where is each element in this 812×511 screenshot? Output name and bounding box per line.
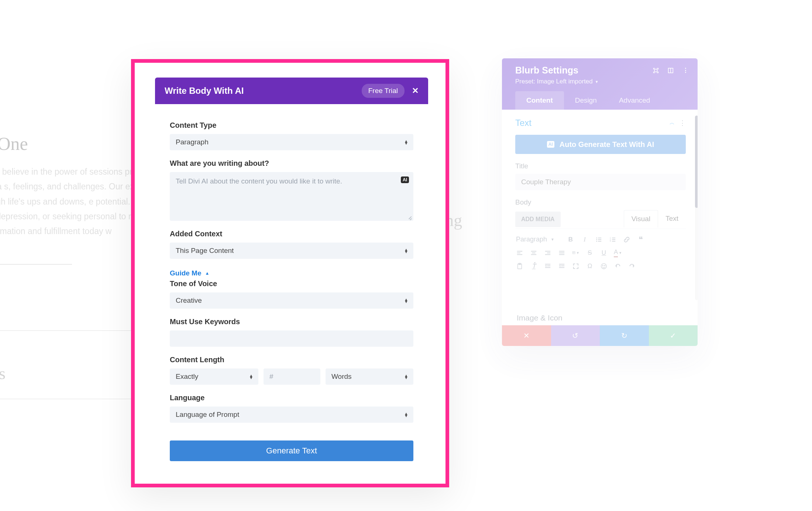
columns-icon[interactable] — [667, 67, 674, 74]
svg-rect-15 — [517, 251, 522, 252]
preset-dropdown[interactable]: Preset: Image Left imported ▼ — [515, 78, 689, 85]
length-unit-value: Words — [331, 373, 352, 381]
cancel-button[interactable]: ✕ — [502, 325, 551, 346]
chevron-updown-icon: ▲▼ — [404, 248, 408, 253]
emoji-icon[interactable] — [600, 263, 608, 270]
chevron-updown-icon: ▲▼ — [404, 298, 408, 303]
svg-text:3: 3 — [610, 240, 611, 242]
guide-me-toggle[interactable]: Guide Me ▲ — [170, 269, 413, 277]
bullet-list-icon[interactable] — [595, 236, 602, 243]
svg-rect-19 — [532, 253, 536, 253]
blurb-header: Blurb Settings ⋮ Preset: Image Left impo… — [502, 58, 698, 110]
paragraph-style-value: Paragraph — [516, 236, 547, 243]
svg-rect-32 — [545, 264, 550, 265]
svg-rect-26 — [559, 254, 564, 255]
writing-about-textarea[interactable]: Tell Divi AI about the content you would… — [170, 172, 413, 221]
svg-rect-16 — [517, 253, 520, 253]
label-writing-about: What are you writing about? — [170, 159, 413, 168]
svg-rect-0 — [654, 69, 657, 72]
label-title: Title — [515, 162, 686, 170]
tone-select[interactable]: Creative ▲▼ — [170, 292, 413, 309]
ai-modal-title: Write Body With AI — [165, 86, 362, 96]
paste-text-icon[interactable] — [516, 263, 523, 270]
section-image-icon[interactable]: Image & Icon — [517, 313, 686, 322]
align-right-icon[interactable] — [544, 249, 551, 257]
kebab-icon[interactable]: ⋮ — [682, 67, 689, 74]
undo-button[interactable]: ↺ — [551, 325, 600, 346]
indent-icon[interactable] — [558, 263, 565, 270]
fullscreen-icon[interactable] — [572, 263, 579, 270]
length-mode-select[interactable]: Exactly ▲▼ — [170, 368, 258, 385]
blurb-title: Blurb Settings — [515, 65, 653, 76]
align-left-icon[interactable] — [516, 249, 523, 257]
svg-rect-34 — [545, 267, 550, 268]
bg-heading-shops: shops — [0, 364, 6, 383]
free-trial-badge[interactable]: Free Trial — [362, 84, 405, 98]
editor-tab-text[interactable]: Text — [658, 210, 686, 227]
generate-text-button[interactable]: Generate Text — [170, 440, 413, 461]
add-media-button[interactable]: ADD MEDIA — [515, 212, 561, 227]
scrollbar[interactable] — [695, 116, 698, 300]
resize-handle-icon[interactable] — [407, 214, 412, 219]
paragraph-style-select[interactable]: Paragraph ▼ — [516, 236, 560, 243]
link-icon[interactable] — [623, 236, 630, 243]
svg-rect-25 — [559, 253, 564, 253]
guide-me-label: Guide Me — [170, 269, 202, 277]
numbered-list-icon[interactable]: 123 — [609, 236, 616, 243]
snap-icon[interactable] — [653, 67, 659, 74]
label-keywords: Must Use Keywords — [170, 318, 413, 326]
svg-point-3 — [596, 237, 597, 239]
title-value: Couple Therapy — [521, 178, 571, 186]
chevron-updown-icon: ▲▼ — [249, 374, 253, 379]
bg-heading-one-on-one: on One — [0, 133, 28, 154]
tab-design[interactable]: Design — [564, 91, 608, 110]
tone-value: Creative — [176, 296, 202, 305]
clear-format-icon[interactable]: T̽ — [530, 263, 537, 270]
svg-rect-17 — [517, 254, 522, 255]
undo-icon[interactable] — [614, 263, 622, 270]
length-number-input[interactable]: # — [264, 368, 320, 385]
svg-rect-36 — [561, 265, 564, 266]
chevron-up-icon[interactable]: ︿ — [670, 120, 675, 126]
quote-icon[interactable]: ❝ — [637, 236, 644, 243]
tab-advanced[interactable]: Advanced — [608, 91, 661, 110]
length-unit-select[interactable]: Words ▲▼ — [326, 368, 413, 385]
section-text[interactable]: Text — [515, 118, 670, 128]
table-icon[interactable]: ▼ — [572, 249, 579, 257]
svg-rect-8 — [598, 241, 601, 241]
align-center-icon[interactable] — [530, 249, 537, 257]
svg-rect-35 — [559, 264, 564, 265]
auto-generate-button[interactable]: AI Auto Generate Text With AI — [515, 135, 686, 154]
redo-icon[interactable] — [628, 263, 636, 270]
underline-icon[interactable]: U — [600, 249, 608, 257]
tab-content[interactable]: Content — [515, 91, 564, 110]
chevron-updown-icon: ▲▼ — [404, 374, 408, 379]
align-justify-icon[interactable] — [558, 249, 565, 257]
text-color-icon[interactable]: A▼ — [614, 249, 622, 257]
bold-icon[interactable]: B — [567, 236, 574, 243]
content-type-select[interactable]: Paragraph ▲▼ — [170, 134, 413, 150]
keywords-input[interactable] — [170, 330, 413, 347]
ai-icon[interactable]: AI — [401, 176, 409, 183]
added-context-select[interactable]: This Page Content ▲▼ — [170, 243, 413, 259]
strikethrough-icon[interactable]: S — [586, 249, 593, 257]
svg-rect-24 — [559, 251, 564, 252]
redo-button[interactable]: ↻ — [600, 325, 649, 346]
blurb-body: Text ︿ ⋮ AI Auto Generate Text With AI T… — [502, 110, 698, 325]
svg-rect-23 — [545, 254, 550, 255]
svg-rect-10 — [612, 237, 615, 238]
close-icon[interactable]: ✕ — [412, 86, 419, 96]
chevron-updown-icon: ▲▼ — [404, 140, 408, 144]
editor-tab-visual[interactable]: Visual — [624, 210, 658, 227]
title-input[interactable]: Couple Therapy — [515, 174, 686, 190]
outdent-icon[interactable] — [544, 263, 551, 270]
omega-icon[interactable]: Ω — [586, 263, 593, 270]
label-content-type: Content Type — [170, 121, 413, 130]
kebab-icon[interactable]: ⋮ — [679, 119, 686, 127]
language-select[interactable]: Language of Prompt ▲▼ — [170, 407, 413, 423]
italic-icon[interactable]: I — [581, 236, 588, 243]
scrollbar-thumb[interactable] — [695, 116, 698, 208]
svg-rect-6 — [598, 239, 601, 240]
save-button[interactable]: ✓ — [649, 325, 698, 346]
content-type-value: Paragraph — [176, 138, 209, 146]
